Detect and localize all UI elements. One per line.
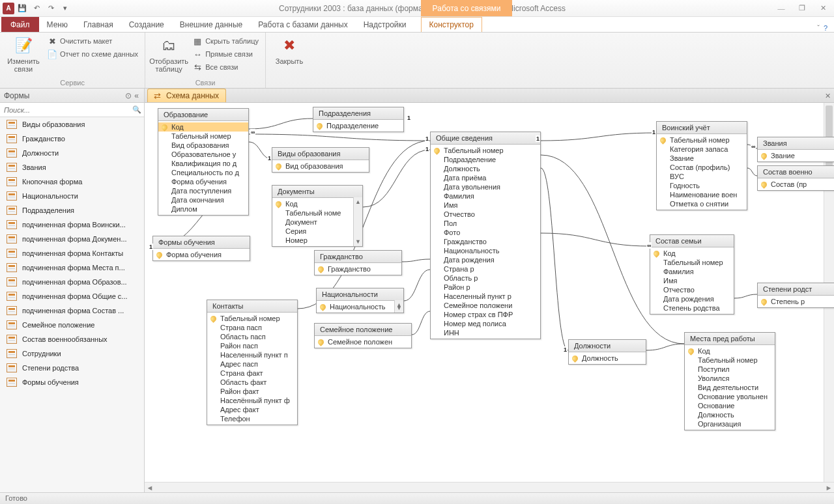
document-tab[interactable]: ⇄ Схема данных xyxy=(147,89,226,102)
table-box[interactable]: ДокументыКодТабельный номеДокументСерияН… xyxy=(272,185,363,247)
table-field[interactable]: Номер страх св ПФР xyxy=(431,310,540,319)
nav-item[interactable]: Степени родства xyxy=(0,361,144,375)
table-field[interactable]: Район р xyxy=(431,283,540,292)
nav-item[interactable]: Кнопочная форма xyxy=(0,175,144,189)
nav-item[interactable]: Национальности xyxy=(0,189,144,203)
table-field[interactable]: Национальность xyxy=(317,302,403,311)
table-field[interactable]: Состав (пр xyxy=(758,180,834,189)
table-box[interactable]: Формы обученияФорма обучения xyxy=(152,236,250,261)
table-field[interactable]: Дата рождения xyxy=(431,255,540,264)
table-field[interactable]: Фамилия xyxy=(650,267,734,276)
table-field[interactable]: Адрес факт xyxy=(207,405,297,414)
table-field[interactable]: Имя xyxy=(650,276,734,285)
table-box[interactable]: Виды образованияВид образования xyxy=(272,147,369,173)
table-field[interactable]: Табельный номер xyxy=(158,132,248,141)
table-box[interactable]: Состав семьиКодТабельный номерФамилияИмя… xyxy=(650,234,734,315)
table-field[interactable]: Табельный номер xyxy=(431,146,540,155)
table-field[interactable]: Табельный номер xyxy=(207,314,297,323)
table-field[interactable]: Имя xyxy=(431,201,540,210)
nav-item[interactable]: подчиненная форма Места п... xyxy=(0,260,144,275)
table-field[interactable]: Дата окончания xyxy=(158,195,248,204)
table-field[interactable]: Пол xyxy=(431,219,540,228)
table-field[interactable]: Страна пасп xyxy=(207,323,297,332)
nav-item[interactable]: Формы обучения xyxy=(0,375,144,389)
table-field[interactable]: Должность xyxy=(685,410,775,419)
table-box[interactable]: Воинский учётТабельный номерКатегория за… xyxy=(656,121,747,210)
table-field[interactable]: Отметка о снятии xyxy=(657,199,747,208)
scroll-right-icon[interactable]: ► xyxy=(824,484,834,492)
ribbon-tab[interactable]: Главная xyxy=(76,18,121,32)
table-field[interactable]: Страна факт xyxy=(207,369,297,378)
table-field[interactable]: Номер мед полиса xyxy=(431,319,540,328)
nav-item[interactable]: подчиненная форма Образов... xyxy=(0,275,144,289)
document-close-button[interactable]: ✕ xyxy=(821,89,834,102)
table-field[interactable]: Табельный номер xyxy=(685,356,775,365)
table-field[interactable]: Вид образования xyxy=(158,141,248,150)
table-box[interactable]: Места пред работыКодТабельный номерПосту… xyxy=(684,332,775,430)
table-field[interactable]: Степень родства xyxy=(650,303,734,313)
table-field[interactable]: ВУС xyxy=(657,172,747,181)
horizontal-scrollbar[interactable]: ◄ ► xyxy=(145,482,834,492)
table-field[interactable]: Дата увольнения xyxy=(431,182,540,191)
table-field[interactable]: Дата приёма xyxy=(431,173,540,182)
table-field[interactable]: Семейное положени xyxy=(431,301,540,310)
minimize-button[interactable]: ― xyxy=(773,3,790,14)
table-field[interactable]: Степень р xyxy=(758,297,834,306)
table-field[interactable]: Гражданство xyxy=(431,237,540,246)
table-box[interactable]: ПодразделенияПодразделение xyxy=(313,107,404,132)
table-field[interactable]: Дата поступления xyxy=(158,186,248,195)
table-scrollbar[interactable]: ▲▼ xyxy=(394,300,403,313)
file-tab[interactable]: Файл xyxy=(1,17,39,32)
nav-item[interactable]: Состав военнообязанных xyxy=(0,332,144,346)
table-field[interactable]: Документ xyxy=(272,217,362,227)
table-field[interactable]: Табельный номер xyxy=(657,135,747,145)
table-box[interactable]: ЗванияЗвание xyxy=(757,137,834,162)
nav-item[interactable]: Подразделения xyxy=(0,203,144,217)
table-field[interactable]: ИНН xyxy=(431,328,540,337)
nav-item[interactable]: Виды образования xyxy=(0,117,144,132)
table-field[interactable]: Населённый пункт ф xyxy=(207,396,297,405)
search-icon[interactable]: 🔍 xyxy=(130,103,144,117)
table-field[interactable]: Табельный номе xyxy=(272,208,362,217)
table-field[interactable]: Должность xyxy=(431,164,540,173)
nav-item[interactable]: подчиненная форма Докумен... xyxy=(0,232,144,246)
nav-header[interactable]: Формы ⊙ « xyxy=(0,89,144,103)
table-field[interactable]: Национальность xyxy=(431,246,540,255)
table-field[interactable]: Код xyxy=(272,199,362,208)
nav-item[interactable]: Гражданство xyxy=(0,132,144,146)
table-field[interactable]: Область пасп xyxy=(207,332,297,341)
table-field[interactable]: Годность xyxy=(657,181,747,190)
table-field[interactable]: Фото xyxy=(431,228,540,237)
table-field[interactable]: Состав (профиль) xyxy=(657,163,747,172)
table-field[interactable]: Населенный пункт р xyxy=(431,292,540,301)
table-field[interactable]: Адрес пасп xyxy=(207,359,297,369)
restore-button[interactable]: ❐ xyxy=(794,3,811,14)
table-field[interactable]: Отчество xyxy=(431,210,540,219)
relationship-report-button[interactable]: 📄Отчет по схеме данных xyxy=(46,48,139,60)
ribbon-tab[interactable]: Работа с базами данных xyxy=(250,18,355,32)
table-scrollbar[interactable]: ▲▼ xyxy=(353,197,362,246)
edit-relationships-button[interactable]: 📝 Изменить связи xyxy=(5,35,42,73)
table-box[interactable]: КонтактыТабельный номерСтрана паспОбласт… xyxy=(207,300,298,425)
table-field[interactable]: Область факт xyxy=(207,378,297,387)
table-field[interactable]: Район пасп xyxy=(207,341,297,350)
table-field[interactable]: Табельный номер xyxy=(650,258,734,267)
table-field[interactable]: Семейное положен xyxy=(315,337,411,346)
show-table-button[interactable]: 🗂 Отобразить таблицу xyxy=(151,35,187,73)
table-field[interactable]: Звание xyxy=(657,154,747,163)
table-field[interactable]: Образовательное у xyxy=(158,150,248,159)
ribbon-tab[interactable]: Создание xyxy=(121,18,172,32)
redo-icon[interactable]: ↷ xyxy=(44,2,57,15)
table-field[interactable]: Уволился xyxy=(685,374,775,383)
ribbon-tab[interactable]: Меню xyxy=(39,18,76,32)
table-box[interactable]: Состав военноСостав (пр xyxy=(757,165,834,191)
table-field[interactable]: Отчество xyxy=(650,285,734,294)
table-field[interactable]: Должность xyxy=(569,354,646,363)
table-box[interactable]: ДолжностиДолжность xyxy=(568,339,646,365)
table-field[interactable]: Подразделение xyxy=(313,121,403,130)
table-field[interactable]: Форма обучения xyxy=(153,250,250,259)
nav-item[interactable]: Сотрудники xyxy=(0,346,144,361)
table-field[interactable]: Вид деятельности xyxy=(685,383,775,392)
table-field[interactable]: Форма обучения xyxy=(158,177,248,186)
save-icon[interactable]: 💾 xyxy=(16,2,29,15)
